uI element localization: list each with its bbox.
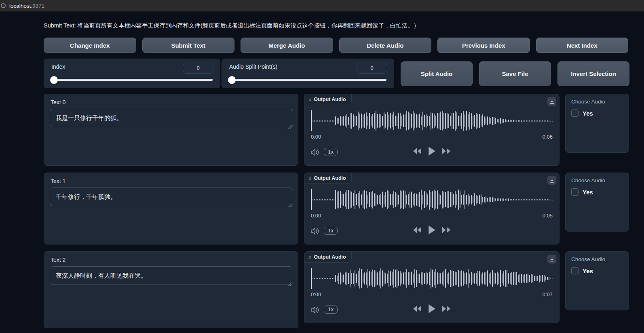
choose-audio-label: Choose Audio — [571, 177, 605, 183]
annotation-row: Text 2 夜深人静时刻，有人听见我在哭。 ♫ Output Audio 0:… — [0, 251, 644, 329]
split-point-slider-block: Audio Split Point(s) — [222, 59, 394, 88]
annotation-row: Text 1 千年修行，千年孤独。 ♫ Output Audio 0:00 0:… — [0, 173, 644, 250]
text-panel: Text 0 我是一只修行千年的狐。 — [44, 94, 298, 166]
text-panel: Text 1 千年修行，千年孤独。 — [44, 173, 298, 244]
split-point-slider-thumb[interactable] — [228, 76, 236, 84]
transport-controls — [412, 146, 452, 156]
delete-audio-button[interactable]: Delete Audio — [339, 38, 432, 53]
duration: 0:07 — [543, 291, 553, 297]
choose-audio-option[interactable]: Yes — [571, 110, 593, 117]
submit-text-button[interactable]: Submit Text — [142, 38, 235, 53]
choose-audio-option-label: Yes — [583, 110, 593, 117]
waveform[interactable] — [311, 110, 553, 131]
choose-audio-option-label: Yes — [583, 268, 593, 274]
music-note-icon: ♫ — [308, 97, 311, 102]
merge-audio-button[interactable]: Merge Audio — [241, 38, 333, 53]
download-audio-button[interactable] — [547, 97, 556, 106]
download-icon — [549, 99, 555, 105]
audio-label: Output Audio — [314, 97, 346, 102]
text-label: Text 1 — [51, 178, 65, 184]
playback-speed-button[interactable]: 1x — [324, 148, 338, 156]
audio-player-panel: ♫ Output Audio 0:00 0:05 1x — [304, 173, 560, 244]
volume-icon[interactable] — [310, 227, 320, 237]
rewind-icon[interactable] — [412, 305, 422, 312]
play-icon[interactable] — [428, 303, 436, 314]
download-icon — [549, 256, 555, 262]
text-panel: Text 2 夜深人静时刻，有人听见我在哭。 — [44, 251, 298, 328]
volume-icon[interactable] — [310, 306, 320, 316]
annotation-row: Text 0 我是一只修行千年的狐。 ♫ Output Audio 0:00 0… — [0, 94, 644, 171]
index-slider-block: Index — [44, 59, 220, 88]
playback-cursor[interactable] — [311, 268, 312, 289]
waveform[interactable] — [311, 268, 553, 289]
download-audio-button[interactable] — [547, 255, 556, 263]
choose-audio-label: Choose Audio — [571, 256, 605, 262]
choose-audio-panel: Choose Audio Yes — [565, 251, 629, 310]
url-port: :9871 — [31, 3, 44, 9]
audio-label: Output Audio — [314, 254, 346, 260]
playback-cursor[interactable] — [311, 110, 312, 131]
duration: 0:06 — [543, 134, 553, 140]
text-input[interactable]: 千年修行，千年孤独。 — [50, 188, 293, 206]
transport-controls — [412, 225, 452, 235]
volume-icon[interactable] — [310, 148, 320, 158]
play-icon[interactable] — [428, 225, 436, 235]
choose-audio-checkbox[interactable] — [571, 110, 579, 117]
previous-index-button[interactable]: Previous Index — [437, 38, 530, 53]
download-audio-button[interactable] — [547, 176, 556, 185]
music-note-icon: ♫ — [308, 176, 311, 181]
forward-icon[interactable] — [441, 305, 452, 312]
choose-audio-panel: Choose Audio Yes — [565, 173, 629, 232]
choose-audio-label: Choose Audio — [571, 99, 605, 105]
next-index-button[interactable]: Next Index — [536, 38, 629, 53]
playback-cursor[interactable] — [311, 189, 312, 210]
index-slider[interactable] — [51, 79, 213, 81]
index-slider-label: Index — [51, 63, 65, 70]
download-icon — [549, 177, 555, 183]
save-file-button[interactable]: Save File — [479, 61, 551, 86]
url-host: localhost — [9, 3, 31, 9]
music-note-icon: ♫ — [308, 255, 311, 259]
index-number-input[interactable] — [183, 63, 213, 74]
browser-address-bar[interactable]: localhost:9871 — [0, 0, 644, 12]
address-bar-icon — [1, 3, 6, 8]
player-controls: 1x — [304, 303, 559, 319]
playback-speed-button[interactable]: 1x — [324, 227, 338, 235]
choose-audio-checkbox[interactable] — [571, 188, 579, 196]
audio-player-panel: ♫ Output Audio 0:00 0:07 1x — [304, 251, 560, 323]
index-slider-thumb[interactable] — [50, 76, 58, 84]
rewind-icon[interactable] — [412, 226, 422, 234]
current-time: 0:00 — [311, 213, 321, 219]
invert-selection-button[interactable]: Invert Selection — [557, 61, 629, 86]
toolbar: Change Index Submit Text Merge Audio Del… — [44, 38, 628, 53]
choose-audio-option-label: Yes — [583, 189, 593, 196]
player-controls: 1x — [304, 224, 559, 240]
split-point-slider-label: Audio Split Point(s) — [229, 63, 277, 70]
forward-icon[interactable] — [441, 226, 452, 234]
duration: 0:05 — [543, 213, 553, 219]
current-time: 0:00 — [311, 291, 321, 297]
choose-audio-checkbox[interactable] — [571, 267, 579, 274]
player-controls: 1x — [304, 145, 559, 161]
text-input[interactable]: 夜深人静时刻，有人听见我在哭。 — [50, 266, 293, 285]
choose-audio-option[interactable]: Yes — [571, 188, 593, 196]
split-audio-button[interactable]: Split Audio — [401, 61, 473, 86]
audio-label-tab: ♫ Output Audio — [304, 251, 352, 263]
choose-audio-option[interactable]: Yes — [571, 267, 593, 274]
text-input[interactable]: 我是一只修行千年的狐。 — [50, 109, 293, 127]
transport-controls — [412, 303, 452, 314]
change-index-button[interactable]: Change Index — [44, 38, 136, 53]
audio-player-panel: ♫ Output Audio 0:00 0:06 1x — [304, 94, 560, 166]
audio-label: Output Audio — [314, 175, 346, 181]
playback-speed-button[interactable]: 1x — [324, 306, 338, 314]
split-point-number-input[interactable] — [357, 63, 387, 74]
play-icon[interactable] — [428, 146, 436, 156]
audio-label-tab: ♫ Output Audio — [304, 173, 352, 184]
audio-label-tab: ♫ Output Audio — [304, 94, 352, 105]
rewind-icon[interactable] — [412, 148, 422, 155]
submit-text-help: Submit Text: 将当前页所有文本框内容手工保存到内存和文件(翻页前后或… — [44, 22, 626, 30]
forward-icon[interactable] — [441, 148, 452, 155]
waveform[interactable] — [311, 189, 553, 210]
split-point-slider[interactable] — [229, 79, 386, 81]
current-time: 0:00 — [311, 134, 321, 140]
